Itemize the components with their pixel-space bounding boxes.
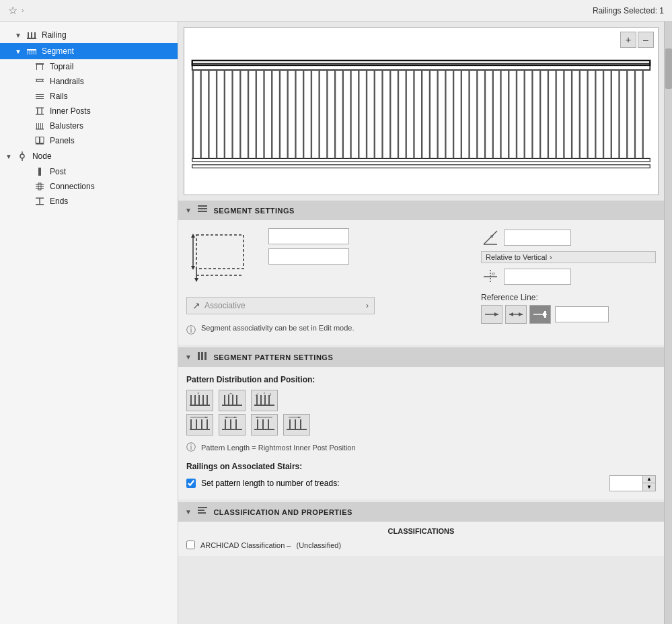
segment-settings-header[interactable]: ▼ SEGMENT SETTINGS — [178, 201, 664, 220]
sidebar-item-post[interactable]: Post — [0, 164, 178, 179]
svg-rect-64 — [334, 70, 336, 158]
svg-rect-19 — [36, 98, 44, 99]
toprail-label: Toprail — [50, 62, 73, 71]
set-pattern-checkbox[interactable] — [186, 479, 196, 488]
preview-zoom-controls: + – — [620, 32, 654, 48]
svg-rect-10 — [36, 63, 44, 65]
angle1-input[interactable]: 90.00° — [504, 230, 571, 246]
offset-input[interactable]: 0" — [268, 248, 349, 265]
scrollbar-thumb[interactable] — [665, 48, 672, 89]
sidebar-item-panels[interactable]: Panels — [0, 133, 178, 148]
classification-row-label: ARCHICAD Classification – — [200, 541, 291, 549]
svg-rect-9 — [36, 50, 36, 55]
associative-button[interactable]: ↗ Associative › — [186, 297, 375, 314]
seg-left-panel: 5'-9" 0" ↗ Associative › — [186, 228, 473, 337]
svg-rect-47 — [200, 70, 201, 158]
sidebar-item-railing[interactable]: ▼ Railing — [0, 27, 178, 43]
sidebar-item-handrails[interactable]: Handrails — [0, 74, 178, 89]
svg-rect-0 — [27, 38, 36, 39]
svg-rect-181 — [198, 510, 204, 511]
sidebar-item-balusters[interactable]: Balusters — [0, 118, 178, 133]
svg-line-144 — [228, 393, 231, 395]
svg-rect-53 — [248, 70, 249, 158]
relative-to-vertical-button[interactable]: Relative to Vertical › — [481, 251, 656, 263]
pattern-btn-4[interactable] — [186, 414, 213, 436]
svg-rect-56 — [271, 70, 272, 158]
pattern-btn-2[interactable] — [219, 390, 246, 411]
svg-rect-12 — [42, 65, 43, 70]
railing-collapse-arrow: ▼ — [15, 32, 22, 39]
svg-rect-129 — [198, 352, 200, 360]
sidebar-item-ends[interactable]: Ends — [0, 194, 178, 209]
svg-rect-79 — [453, 70, 454, 158]
node-icon — [16, 151, 28, 162]
zoom-in-button[interactable]: + — [620, 32, 636, 48]
pattern-btn-6[interactable] — [251, 414, 278, 436]
svg-rect-80 — [461, 70, 462, 158]
railings-selected-label: Railings Selected: 1 — [593, 6, 664, 15]
svg-rect-161 — [222, 429, 242, 430]
pattern-btn-1[interactable]: # — [186, 390, 213, 411]
classification-body: CLASSIFICATIONS ARCHICAD Classification … — [178, 522, 664, 556]
ref-btn-right[interactable] — [529, 305, 551, 324]
svg-rect-174 — [287, 429, 307, 430]
segment-settings-icon — [197, 205, 208, 216]
associative-chevron: › — [366, 301, 369, 310]
svg-rect-21 — [36, 108, 44, 109]
top-bar-left: ☆ › — [8, 4, 24, 17]
segment-pattern-header[interactable]: ▼ SEGMENT PATTERN SETTINGS — [178, 347, 664, 367]
svg-text:α: α — [490, 233, 494, 239]
sidebar-item-inner-posts[interactable]: Inner Posts — [0, 104, 178, 118]
svg-rect-150 — [268, 395, 270, 405]
svg-text:#: # — [198, 392, 200, 395]
favorites-icon[interactable]: ☆ — [8, 4, 17, 17]
ref-line-value-input[interactable]: -6" — [555, 306, 609, 322]
zoom-out-button[interactable]: – — [638, 32, 654, 48]
svg-rect-75 — [421, 70, 422, 158]
svg-rect-31 — [40, 137, 44, 143]
svg-rect-130 — [201, 352, 203, 360]
pattern-btn-5[interactable] — [219, 414, 246, 436]
ref-btn-center[interactable] — [505, 305, 527, 324]
svg-rect-6 — [30, 50, 30, 55]
svg-rect-132 — [190, 405, 210, 406]
svg-rect-180 — [198, 507, 207, 508]
svg-rect-154 — [190, 429, 210, 430]
sidebar-item-toprail[interactable]: Toprail — [0, 59, 178, 74]
ref-btn-left[interactable] — [481, 305, 502, 324]
sidebar-item-segment[interactable]: ▼ Segment — [0, 43, 178, 59]
classification-header[interactable]: ▼ CLASSIFICATION AND PROPERTIES — [178, 502, 664, 522]
svg-rect-1 — [28, 32, 29, 38]
pattern-info-icon: ⓘ — [186, 442, 196, 454]
pattern-btn-3[interactable]: × — [251, 390, 278, 411]
svg-rect-134 — [194, 395, 196, 405]
pattern-btn-7[interactable] — [283, 414, 310, 436]
tread-count-input[interactable]: 1 — [609, 475, 643, 491]
sidebar-item-rails[interactable]: Rails — [0, 89, 178, 104]
scrollbar-track[interactable] — [664, 22, 672, 624]
sidebar-item-node[interactable]: ▼ Node — [0, 148, 178, 164]
set-pattern-row: Set pattern length to number of treads: … — [186, 475, 656, 491]
classification-checkbox[interactable] — [186, 541, 195, 549]
svg-rect-67 — [358, 70, 359, 158]
svg-rect-83 — [484, 70, 486, 158]
segment-collapse-arrow: ▼ — [15, 48, 22, 55]
stepper-up-button[interactable]: ▲ — [643, 476, 655, 483]
svg-rect-175 — [289, 419, 291, 429]
svg-rect-169 — [257, 419, 258, 429]
svg-rect-54 — [256, 70, 257, 158]
svg-rect-76 — [429, 70, 431, 158]
stepper-down-button[interactable]: ▼ — [643, 483, 655, 491]
height-input[interactable]: 5'-9" — [268, 228, 349, 244]
angle2-input[interactable]: 90.00° — [504, 269, 571, 285]
svg-rect-74 — [413, 70, 414, 158]
svg-rect-61 — [311, 70, 312, 158]
post-label: Post — [50, 167, 66, 176]
svg-rect-45 — [192, 165, 650, 168]
svg-rect-106 — [198, 208, 207, 209]
balusters-label: Balusters — [50, 121, 83, 131]
handrails-icon — [34, 77, 46, 86]
sidebar-item-connections[interactable]: Connections — [0, 179, 178, 194]
svg-marker-114 — [194, 278, 198, 282]
svg-rect-30 — [36, 137, 40, 143]
